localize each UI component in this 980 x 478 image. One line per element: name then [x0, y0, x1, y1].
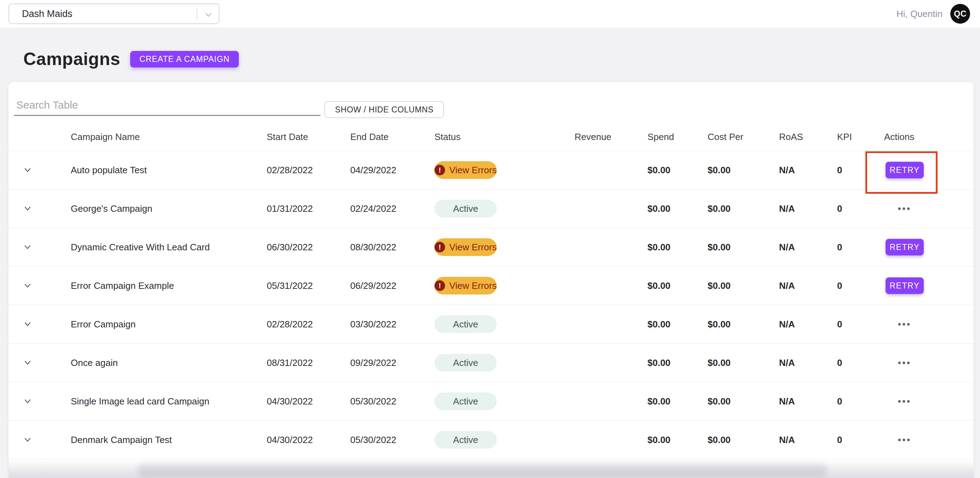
page-title: Campaigns [23, 49, 120, 69]
actions-cell: ••• [884, 435, 925, 445]
cost-per-cell: $0.00 [708, 396, 730, 407]
spend-cell: $0.00 [648, 165, 670, 176]
retry-button[interactable]: RETRY [886, 239, 924, 256]
chevron-down-icon [204, 10, 213, 21]
cost-per-cell: $0.00 [708, 242, 730, 253]
chevron-down-icon [23, 281, 32, 290]
table-row: George's Campaign 01/31/2022 02/24/2022 … [8, 189, 974, 228]
roas-cell: N/A [779, 280, 795, 291]
end-date-cell: 04/29/2022 [350, 165, 396, 176]
table-row: Dynamic Creative With Lead Card 06/30/20… [8, 228, 974, 267]
spend-cell: $0.00 [648, 203, 670, 214]
expand-row-button[interactable] [21, 397, 34, 406]
status-badge[interactable]: !View Errors [434, 161, 497, 179]
table-body: Auto populate Test 02/28/2022 04/29/2022… [8, 151, 974, 478]
campaigns-table-card: SHOW / HIDE COLUMNS Campaign Name Start … [8, 82, 974, 478]
column-header-spend: Spend [648, 132, 674, 143]
expand-row-button[interactable] [21, 281, 34, 290]
campaign-name-cell: Once again [71, 357, 118, 368]
kpi-cell: 0 [837, 203, 842, 214]
column-header-campaign-name: Campaign Name [71, 132, 140, 143]
expand-row-button[interactable] [21, 243, 34, 252]
retry-button[interactable]: RETRY [886, 162, 924, 179]
kpi-cell: 0 [837, 396, 842, 407]
expand-row-button[interactable] [21, 204, 34, 213]
chevron-down-icon [23, 319, 32, 329]
kpi-cell: 0 [837, 165, 842, 176]
organization-select[interactable]: Dash Maids [8, 3, 220, 24]
status-badge: Active [434, 354, 497, 372]
retry-button[interactable]: RETRY [886, 278, 924, 294]
roas-cell: N/A [779, 165, 795, 176]
row-menu-button[interactable]: ••• [898, 359, 912, 367]
create-campaign-button[interactable]: CREATE A CAMPAIGN [130, 51, 239, 68]
start-date-cell: 04/30/2022 [267, 396, 313, 407]
chevron-down-icon [23, 397, 32, 406]
expand-row-button[interactable] [21, 435, 34, 445]
end-date-cell: 05/30/2022 [350, 435, 396, 445]
status-label: Active [453, 396, 478, 407]
end-date-cell: 06/29/2022 [350, 280, 396, 291]
status-label: View Errors [449, 242, 497, 253]
cost-per-cell: $0.00 [708, 435, 730, 445]
kpi-cell: 0 [837, 357, 842, 368]
kpi-cell: 0 [837, 435, 842, 445]
expand-row-button[interactable] [21, 319, 34, 329]
campaign-name-cell: George's Campaign [71, 203, 152, 214]
search-input[interactable] [14, 97, 321, 116]
column-header-cost-per: Cost Per [708, 132, 743, 143]
campaign-name-cell: Dynamic Creative With Lead Card [71, 242, 210, 253]
cost-per-cell: $0.00 [708, 319, 730, 330]
spend-cell: $0.00 [648, 396, 670, 407]
spend-cell: $0.00 [648, 280, 670, 291]
select-divider [197, 8, 197, 19]
status-badge[interactable]: !View Errors [434, 277, 497, 294]
column-header-roas: RoAS [779, 132, 803, 143]
cost-per-cell: $0.00 [708, 357, 730, 368]
table-row: Auto populate Test 02/28/2022 04/29/2022… [8, 151, 974, 189]
actions-cell: ••• [884, 204, 925, 213]
start-date-cell: 06/30/2022 [267, 242, 313, 253]
table-header: Campaign Name Start Date End Date Status… [8, 132, 974, 151]
status-badge: Active [434, 392, 497, 410]
chevron-down-icon [23, 435, 32, 445]
show-hide-columns-button[interactable]: SHOW / HIDE COLUMNS [325, 101, 444, 118]
column-header-actions: Actions [884, 132, 925, 143]
expand-row-button[interactable] [21, 358, 34, 367]
column-header-start-date: Start Date [267, 132, 308, 143]
status-label: View Errors [449, 280, 497, 291]
table-row: Single Image lead card Campaign 04/30/20… [8, 382, 974, 421]
table-row: Denmark Campaign Test 04/30/2022 05/30/2… [8, 421, 974, 459]
actions-cell: ••• [884, 397, 925, 406]
end-date-cell: 05/30/2022 [350, 396, 396, 407]
user-area: Hi, Quentin QC [897, 0, 970, 28]
exclamation-circle-icon: ! [434, 280, 445, 291]
row-menu-button[interactable]: ••• [898, 204, 912, 213]
roas-cell: N/A [779, 435, 795, 445]
table-row: Once again 08/31/2022 09/29/2022 Active … [8, 344, 974, 382]
status-badge[interactable]: !View Errors [434, 238, 497, 256]
row-menu-button[interactable]: ••• [898, 435, 912, 445]
start-date-cell: 02/28/2022 [267, 165, 313, 176]
status-label: Active [453, 435, 478, 445]
table-row: Error Campaign Example 05/31/2022 06/29/… [8, 267, 974, 305]
kpi-cell: 0 [837, 242, 842, 253]
spend-cell: $0.00 [648, 319, 670, 330]
campaign-name-cell: Auto populate Test [71, 165, 147, 176]
column-header-kpi: KPI [837, 132, 852, 143]
roas-cell: N/A [779, 396, 795, 407]
spend-cell: $0.00 [648, 435, 670, 445]
expand-row-button[interactable] [21, 165, 34, 175]
row-menu-button[interactable]: ••• [898, 397, 912, 406]
avatar[interactable]: QC [950, 4, 970, 24]
top-bar: Dash Maids Hi, Quentin QC [0, 0, 980, 28]
end-date-cell: 09/29/2022 [350, 357, 396, 368]
spend-cell: $0.00 [648, 357, 670, 368]
campaign-name-cell: Single Image lead card Campaign [71, 396, 210, 407]
spend-cell: $0.00 [648, 242, 670, 253]
user-greeting: Hi, Quentin [897, 8, 942, 19]
actions-cell: RETRY [884, 162, 925, 179]
row-menu-button[interactable]: ••• [898, 320, 912, 329]
campaign-name-cell: Error Campaign [71, 319, 136, 330]
start-date-cell: 04/30/2022 [267, 435, 313, 445]
